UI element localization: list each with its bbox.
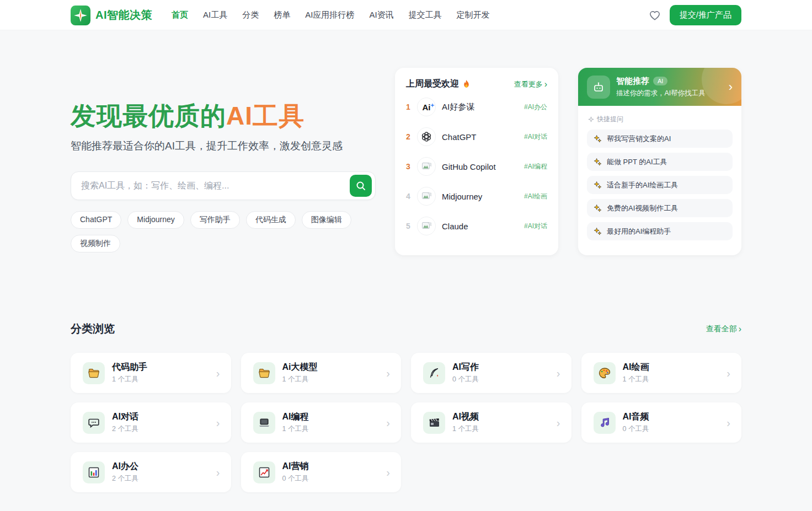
- search-input[interactable]: [81, 181, 350, 191]
- smart-recommend-header[interactable]: 智能推荐 AI 描述你的需求，AI帮你找工具 ›: [578, 68, 741, 106]
- bar-chart-icon: [83, 461, 105, 483]
- category-card-ai-drawing[interactable]: AI绘画1 个工具 ›: [581, 353, 742, 393]
- categories-section: 分类浏览 查看全部› 代码助手1 个工具 › Ai大模型1 个工具 ›: [71, 321, 741, 492]
- page-title: 发现最优质的AI工具: [71, 102, 375, 130]
- tool-name: Claude: [442, 222, 524, 231]
- category-card-ai-video[interactable]: AI视频1 个工具 ›: [411, 402, 571, 443]
- sparkles-icon: [594, 227, 602, 235]
- brand-logo-icon: [71, 6, 90, 25]
- broken-image-icon: [417, 187, 436, 206]
- tag-chatgpt[interactable]: ChatGPT: [71, 211, 121, 229]
- trend-chart-icon: [253, 461, 275, 483]
- tag-midjourney[interactable]: Midjourney: [127, 211, 184, 229]
- quick-question[interactable]: 能做 PPT 的AI工具: [587, 153, 733, 171]
- rank-number: 3: [406, 162, 417, 171]
- ai-haocanmou-logo: Ai: [417, 98, 436, 116]
- tool-category-tag: #AI对话: [524, 132, 547, 142]
- broken-image-icon: [417, 157, 436, 176]
- sparkles-icon: [594, 204, 602, 212]
- search-button[interactable]: [350, 175, 372, 197]
- chat-bubble-icon: [83, 412, 105, 434]
- tool-row-claude[interactable]: 5 Claude #AI对话: [406, 211, 547, 241]
- chevron-right-icon: ›: [739, 325, 741, 334]
- popular-last-week-card: 上周最受欢迎 查看更多› 1 Ai: [395, 68, 558, 255]
- categories-title: 分类浏览: [71, 321, 115, 336]
- chevron-right-icon: ›: [386, 368, 390, 379]
- brand[interactable]: AI智能决策: [71, 6, 152, 25]
- quick-question[interactable]: 适合新手的AI绘画工具: [587, 176, 733, 194]
- tool-row-github-copilot[interactable]: 3 GitHub Copilot #AI编程: [406, 152, 547, 181]
- category-card-ai-llm[interactable]: Ai大模型1 个工具 ›: [241, 353, 402, 393]
- tool-row-ai-haocanmou[interactable]: 1 Ai AI好参谋 #AI办公: [406, 92, 547, 122]
- view-more-link[interactable]: 查看更多›: [514, 79, 547, 89]
- tag-video-production[interactable]: 视频制作: [71, 235, 120, 252]
- chevron-right-icon[interactable]: ›: [729, 80, 733, 94]
- quill-icon: [423, 362, 445, 384]
- palette-icon: [594, 362, 616, 384]
- quick-question[interactable]: 最好用的AI编程助手: [587, 222, 733, 240]
- nav-custom-dev[interactable]: 定制开发: [457, 10, 490, 20]
- chevron-right-icon: ›: [557, 368, 560, 379]
- chevron-right-icon: ›: [386, 467, 390, 478]
- category-card-code-assistant[interactable]: 代码助手1 个工具 ›: [71, 353, 231, 393]
- robot-icon: [587, 76, 610, 99]
- category-card-ai-writing[interactable]: AI写作0 个工具 ›: [411, 353, 571, 393]
- openai-logo-icon: [417, 127, 436, 146]
- quick-question[interactable]: 免费的AI视频制作工具: [587, 199, 733, 217]
- main-nav: 首页 AI工具 分类 榜单 AI应用排行榜 AI资讯 提交工具 定制开发: [172, 10, 490, 20]
- category-card-ai-chat[interactable]: AI对话2 个工具 ›: [71, 402, 231, 443]
- nav-app-leaderboard[interactable]: AI应用排行榜: [305, 10, 354, 20]
- rank-number: 5: [406, 222, 417, 230]
- music-note-icon: [594, 412, 616, 434]
- category-card-ai-coding[interactable]: AI编程1 个工具 ›: [241, 402, 402, 443]
- rank-number: 1: [406, 103, 417, 111]
- view-all-link[interactable]: 查看全部›: [706, 324, 741, 334]
- chevron-right-icon: ›: [544, 80, 547, 89]
- tool-name: GitHub Copilot: [442, 162, 524, 171]
- chevron-right-icon: ›: [557, 417, 560, 428]
- chevron-right-icon: ›: [386, 417, 390, 428]
- nav-ai-news[interactable]: AI资讯: [369, 10, 393, 20]
- quick-questions-label: 快捷提问: [588, 115, 733, 124]
- category-card-ai-marketing[interactable]: AI营销0 个工具 ›: [241, 452, 402, 492]
- submit-promote-button[interactable]: 提交/推广产品: [670, 5, 741, 25]
- rank-number: 4: [406, 192, 417, 201]
- tag-writing-assistant[interactable]: 写作助手: [190, 211, 240, 229]
- search-icon: [356, 181, 366, 191]
- smart-recommend-subtitle: 描述你的需求，AI帮你找工具: [616, 89, 706, 98]
- hot-search-tags: ChatGPT Midjourney 写作助手 代码生成 图像编辑 视频制作: [71, 211, 380, 252]
- category-card-ai-audio[interactable]: AI音频0 个工具 ›: [581, 402, 742, 443]
- ai-badge: AI: [653, 77, 667, 85]
- tool-name: Midjourney: [442, 192, 524, 201]
- blue-spark-icon: [430, 100, 435, 109]
- chevron-right-icon: ›: [216, 467, 220, 478]
- tag-code-generation[interactable]: 代码生成: [246, 211, 296, 229]
- quick-question[interactable]: 帮我写营销文案的AI: [587, 130, 733, 148]
- tag-image-editing[interactable]: 图像编辑: [302, 211, 351, 229]
- brand-name: AI智能决策: [95, 8, 152, 23]
- tool-row-midjourney[interactable]: 4 Midjourney #AI绘画: [406, 181, 547, 211]
- nav-submit-tool[interactable]: 提交工具: [409, 10, 442, 20]
- nav-ai-tools[interactable]: AI工具: [203, 10, 227, 20]
- nav-rankings[interactable]: 榜单: [274, 10, 290, 20]
- chevron-right-icon: ›: [726, 368, 730, 379]
- smart-recommend-title: 智能推荐: [616, 76, 649, 87]
- category-card-ai-office[interactable]: AI办公2 个工具 ›: [71, 452, 231, 492]
- sparkles-icon: [594, 135, 602, 143]
- nav-categories[interactable]: 分类: [242, 10, 259, 20]
- tool-category-tag: #AI对话: [524, 222, 547, 231]
- folder-icon: [83, 362, 105, 384]
- broken-image-icon: [417, 217, 436, 235]
- sparkle-outline-icon: [588, 116, 594, 122]
- search-bar: [71, 171, 376, 200]
- rank-number: 2: [406, 132, 417, 141]
- nav-home[interactable]: 首页: [172, 10, 188, 20]
- favorites-heart-icon[interactable]: [649, 10, 661, 21]
- tool-name: AI好参谋: [442, 102, 524, 112]
- chevron-right-icon: ›: [216, 417, 220, 428]
- sparkles-icon: [594, 181, 602, 189]
- tool-name: ChatGPT: [442, 132, 524, 142]
- tool-row-chatgpt[interactable]: 2 ChatGPT #AI对话: [406, 122, 547, 152]
- laptop-icon: [253, 412, 275, 434]
- tool-category-tag: #AI编程: [524, 162, 547, 171]
